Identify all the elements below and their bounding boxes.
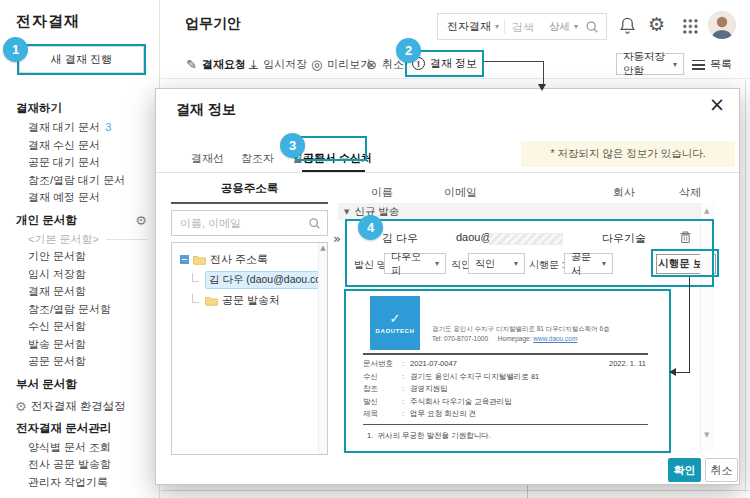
forward-icon[interactable]: » (333, 231, 341, 246)
doc-number-row: 문서번호:2021-07-0047 2022. 1. 11 (363, 358, 648, 371)
caret-down-icon: ▼ (344, 208, 349, 216)
sender-name-select[interactable]: 다우오피 ▾ (384, 253, 446, 274)
column-email: 이메일 (444, 185, 477, 200)
company-address: 경기도 용인시 수지구 디지털밸리로 81 다우디지털스퀘어 6층 Tel: 0… (432, 324, 610, 343)
tree-node-outbox[interactable]: 공문 발송처 (188, 293, 311, 308)
temp-save-button[interactable]: ↓ 임시저장 (249, 55, 307, 73)
request-approval-button[interactable]: ✎ 결재요청 (186, 55, 246, 73)
scroll-up-icon[interactable]: ▲ (704, 207, 709, 215)
tree-node-company[interactable]: 전사 주소록 (180, 252, 311, 267)
preview-button[interactable]: ◎ 미리보기 (311, 55, 371, 73)
email-redacted (489, 233, 563, 245)
recipients-scrollbar[interactable]: ▲ ▼ (700, 203, 714, 453)
tree-connector (192, 273, 199, 282)
search-detail-toggle[interactable]: 상세 (549, 20, 570, 34)
hamburger-icon (692, 60, 705, 70)
document-preview: ✓ DAOUTECH 경기도 용인시 수지구 디지털밸리로 81 다우디지털스퀘… (344, 289, 671, 453)
annotation-arrow-line (689, 277, 690, 373)
tree-scrollbar[interactable]: ▲ (318, 243, 327, 454)
address-book-panel: 공용주소록 전사 주소록 김 다우 (daou@daou.co.kr) (171, 181, 328, 453)
annotation-arrowhead (538, 84, 546, 91)
column-company: 회사 (613, 185, 635, 200)
group-new-send[interactable]: ▼ 신규 발송 (338, 203, 713, 220)
new-approval-button[interactable]: 새 결재 진행 (19, 46, 144, 73)
settings-gear-icon[interactable]: ⚙ (648, 13, 665, 35)
close-icon[interactable]: × (709, 95, 725, 114)
sidebar-item-official-box[interactable]: 공문 문서함 (0, 353, 159, 371)
confirm-button[interactable]: 확인 (668, 458, 701, 482)
search-icon[interactable] (585, 20, 599, 34)
page-title: 업무기안 (185, 15, 241, 33)
search-scope-select[interactable]: 전자결재 (438, 19, 491, 34)
sidebar-item-sent-box[interactable]: 발송 문서함 (0, 336, 159, 354)
company-logo: ✓ DAOUTECH (370, 296, 420, 350)
step-badge-4: 4 (358, 215, 383, 240)
tab-approval-line[interactable]: 결재선 (191, 151, 224, 166)
chevron-down-icon: ▾ (435, 259, 439, 268)
tab-official-recipients[interactable]: 공문서 수신처 (303, 151, 372, 166)
step-badge-2: 2 (396, 38, 421, 63)
sidebar-item-settings[interactable]: ⚙ 전자결재 환경설정 (0, 395, 159, 415)
tree-collapse-icon[interactable] (180, 255, 189, 264)
sidebar-item-draft-box[interactable]: 기안 문서함 (0, 248, 159, 266)
document-body: 1. 귀사의 무궁한 발전을 기원합니다. (367, 431, 491, 441)
step-badge-3: 3 (280, 133, 305, 158)
recipient-name: 김 다우 (382, 231, 418, 246)
modal-title: 결재 정보 (176, 101, 236, 119)
sidebar-item-official-waiting[interactable]: 공문 대기 문서 (0, 154, 159, 172)
address-book-search-input[interactable] (172, 217, 308, 229)
address-book-tree: 전사 주소록 김 다우 (daou@daou.co.kr) 공문 발송처 ▲ (171, 242, 328, 455)
chevron-down-icon: ▾ (514, 259, 518, 268)
address-book-title: 공용주소록 (171, 181, 328, 204)
sidebar-section-personal: 개인 문서함 ⚙ (0, 207, 159, 231)
trash-icon[interactable] (679, 230, 692, 244)
scroll-down-icon[interactable]: ▼ (704, 431, 709, 439)
sidebar-item-admin-log[interactable]: 관리자 작업기록 (0, 474, 159, 492)
enforce-doc-select[interactable]: 공문서 ▾ (564, 253, 613, 274)
user-avatar[interactable] (708, 11, 736, 39)
annotation-arrowhead (669, 368, 676, 376)
seal-select[interactable]: 직인 ▾ (468, 253, 525, 274)
address-book-search (171, 210, 328, 236)
tab-cc[interactable]: 참조자 (241, 151, 274, 166)
doc-cc-row: 참조:경영지원팀 (363, 383, 648, 396)
sidebar-item-received-box[interactable]: 수신 문서함 (0, 318, 159, 336)
sidebar-item-cc-waiting[interactable]: 참조/열람 대기 문서 (0, 172, 159, 190)
search-icon[interactable] (308, 217, 321, 230)
sidebar-item-by-form[interactable]: 양식별 문서 조회 (0, 439, 159, 457)
recipient-email: daou@ (456, 231, 492, 243)
annotation-arrow-line (543, 61, 544, 85)
notifications-bell-icon[interactable] (618, 16, 637, 35)
recipient-company: 다우기술 (602, 231, 646, 246)
app-grid-icon[interactable] (682, 18, 698, 34)
annotation-arrow-line (676, 372, 690, 373)
enforce-doc-label: 시행문 : (529, 258, 565, 272)
autosave-select[interactable]: 자동저장안함 ▾ (616, 53, 684, 75)
recipients-panel: 이름 이메일 회사 삭제 ▼ 신규 발송 » 김 다우 daou@ 다우기술 발… (338, 181, 715, 453)
folder-icon (193, 255, 206, 265)
chevron-down-icon: ▾ (602, 259, 606, 268)
sidebar-item-temp-box[interactable]: 임시 저장함 (0, 266, 159, 284)
sidebar-menu: 결재하기 결재 대기 문서3 결재 수신 문서 공문 대기 문서 참조/열람 대… (0, 95, 159, 491)
homepage-link[interactable]: www.daou.com (533, 335, 577, 342)
sidebar-item-cc-box[interactable]: 참조/열람 문서함 (0, 301, 159, 319)
doc-from-row: 발신:주식회사 다우기술 교육관리팀 (363, 396, 648, 409)
divider (363, 424, 648, 425)
step-badge-1: 1 (3, 37, 28, 62)
list-button[interactable]: 목록 (692, 57, 732, 72)
edit-icon: ✎ (186, 58, 197, 71)
column-delete: 삭제 (679, 185, 701, 200)
sidebar-item-company-outbox[interactable]: 전사 공문 발송함 (0, 456, 159, 474)
sidebar-item-approved-box[interactable]: 결재 문서함 (0, 283, 159, 301)
sidebar-item-approve-received[interactable]: 결재 수신 문서 (0, 137, 159, 155)
personal-box-gear-icon[interactable]: ⚙ (135, 214, 147, 227)
global-search-input[interactable] (505, 21, 549, 33)
scroll-up-icon[interactable]: ▲ (319, 243, 327, 253)
sidebar-item-approve-waiting[interactable]: 결재 대기 문서3 (0, 119, 159, 137)
folder-icon (205, 296, 218, 306)
modal-cancel-button[interactable]: 취소 (705, 458, 738, 482)
tree-node-member[interactable]: 김 다우 (daou@daou.co.kr) (188, 271, 311, 289)
divider (161, 490, 750, 491)
sidebar-item-approve-scheduled[interactable]: 결재 예정 문서 (0, 189, 159, 207)
selected-member[interactable]: 김 다우 (daou@daou.co.kr) (205, 271, 328, 289)
